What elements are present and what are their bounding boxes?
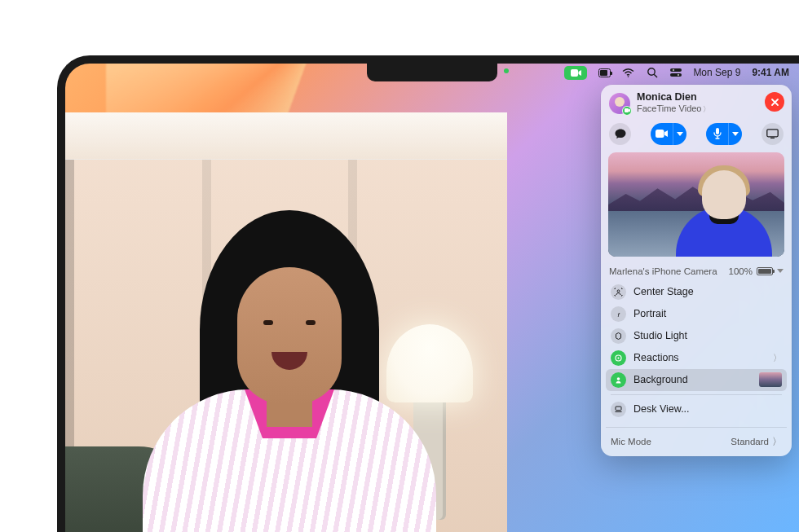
option-portrait[interactable]: f Portrait (606, 303, 787, 325)
background-thumbnail (759, 372, 782, 387)
option-center-stage[interactable]: Center Stage (606, 281, 787, 303)
svg-point-2 (648, 68, 655, 75)
chevron-right-icon: 〉 (773, 352, 782, 364)
video-effects-list: Center Stage f Portrait Studio Light (601, 281, 792, 424)
caller-subtitle: FaceTime Video〉 (637, 103, 710, 115)
svg-rect-12 (716, 128, 719, 134)
option-background[interactable]: Background (606, 369, 787, 391)
camera-led (504, 68, 509, 73)
option-label: Studio Light (633, 330, 782, 341)
end-call-button[interactable] (765, 92, 784, 112)
svg-point-21 (617, 377, 620, 380)
screen-share-button[interactable] (761, 123, 784, 145)
option-label: Background (633, 374, 752, 385)
chevron-right-icon: 〉 (703, 105, 710, 113)
studio-light-icon (611, 328, 626, 344)
mic-icon (706, 123, 728, 145)
mic-toggle-button[interactable] (706, 123, 742, 145)
camera-source-row[interactable]: Marlena's iPhone Camera 100% (601, 263, 792, 281)
option-reactions[interactable]: Reactions 〉 (606, 347, 787, 369)
camera-battery-pct: 100% (729, 266, 753, 276)
facetime-status-pill[interactable] (564, 66, 587, 80)
svg-rect-22 (616, 407, 621, 411)
camera-source-label: Marlena's iPhone Camera (609, 266, 717, 276)
background-icon (611, 372, 626, 388)
camera-icon (651, 123, 673, 145)
remote-participant (143, 202, 436, 532)
laptop-frame: Mon Sep 9 9:41 AM (57, 55, 799, 532)
facetime-controls-panel: Monica Dien FaceTime Video〉 (601, 85, 792, 456)
camera-toggle-button[interactable] (651, 123, 686, 145)
option-label: Center Stage (633, 286, 782, 297)
display-notch (367, 64, 497, 81)
self-video-preview[interactable] (608, 152, 784, 257)
caller-avatar[interactable] (609, 93, 630, 114)
chevron-down-icon (777, 269, 784, 273)
messages-button[interactable] (609, 123, 631, 145)
chevron-right-icon: 〉 (772, 436, 782, 448)
room-ceiling (65, 112, 507, 160)
control-center-icon[interactable] (669, 67, 682, 79)
mic-dropdown[interactable] (728, 123, 742, 145)
wifi-icon[interactable] (622, 67, 634, 79)
screen: Mon Sep 9 9:41 AM (65, 64, 799, 532)
battery-icon (757, 267, 773, 275)
battery-menubar-icon[interactable] (598, 67, 611, 79)
menubar-time[interactable]: 9:41 AM (752, 67, 789, 78)
menubar-date[interactable]: Mon Sep 9 (693, 67, 740, 78)
mic-mode-label: Mic Mode (611, 437, 651, 446)
svg-point-1 (628, 76, 629, 77)
facetime-remote-video[interactable] (65, 112, 507, 532)
caller-name: Monica Dien (637, 92, 710, 103)
svg-point-6 (673, 69, 674, 71)
separator (606, 427, 787, 428)
svg-rect-4 (670, 68, 682, 72)
svg-line-3 (654, 74, 657, 77)
svg-rect-11 (656, 130, 664, 138)
separator (611, 394, 782, 395)
local-participant (675, 165, 773, 257)
option-studio-light[interactable]: Studio Light (606, 325, 787, 347)
svg-text:f: f (617, 310, 620, 318)
svg-point-15 (617, 290, 620, 292)
mic-mode-row[interactable]: Mic Mode Standard 〉 (601, 431, 792, 456)
option-desk-view[interactable]: Desk View... (606, 398, 787, 420)
option-label: Reactions (633, 352, 766, 363)
option-label: Portrait (633, 308, 782, 319)
svg-rect-5 (670, 73, 682, 77)
caller-info[interactable]: Monica Dien FaceTime Video〉 (637, 92, 710, 115)
svg-point-7 (678, 74, 679, 76)
option-label: Desk View... (633, 403, 782, 415)
center-stage-icon (611, 284, 626, 300)
spotlight-icon[interactable] (646, 67, 658, 79)
mic-mode-value: Standard (731, 437, 769, 446)
reactions-icon (611, 350, 626, 366)
panel-header: Monica Dien FaceTime Video〉 (601, 85, 792, 120)
facetime-badge-icon (622, 106, 632, 116)
svg-rect-8 (625, 108, 629, 112)
camera-dropdown[interactable] (673, 123, 686, 145)
svg-marker-17 (616, 332, 621, 339)
portrait-icon: f (611, 306, 626, 322)
svg-rect-13 (767, 130, 778, 137)
desk-view-icon (611, 402, 626, 417)
call-controls-row (601, 120, 792, 152)
svg-rect-0 (571, 69, 578, 77)
